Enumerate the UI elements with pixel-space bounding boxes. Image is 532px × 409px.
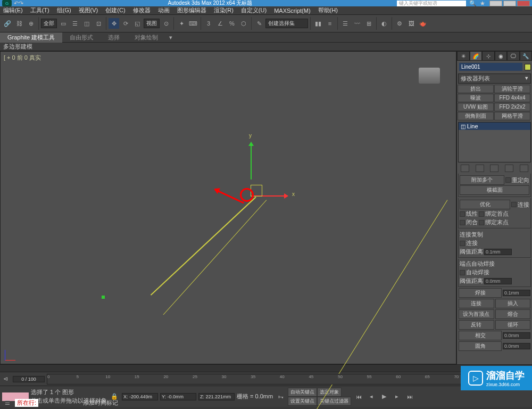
rect-select-icon[interactable]: ◫ [81,18,92,29]
menu-modifier[interactable]: 修改器 [133,6,151,14]
y-axis[interactable] [251,142,252,179]
config-icon[interactable] [520,165,528,172]
menu-view[interactable]: 视图(V) [79,6,98,14]
menu-edit[interactable]: 编辑(E) [3,6,23,14]
pin-stack-icon[interactable] [461,165,469,172]
maximize-button[interactable] [503,1,516,6]
keyfilter-btn[interactable]: 关键点过滤器 [317,397,351,406]
render-icon[interactable]: 🫖 [418,18,428,29]
redo-icon[interactable]: ↷ [19,0,23,7]
spinner-snap-icon[interactable]: ⬡ [238,18,249,29]
menu-create[interactable]: 创建(C) [105,6,125,14]
viewport-label[interactable]: [ + 0 前 0 真实 [4,54,41,62]
coord-z[interactable]: Z: 221.221mm [198,393,235,400]
optimize-btn[interactable]: 优化 [460,200,510,209]
show-end-icon[interactable] [476,165,484,172]
add-timemark[interactable]: 添加时间标记 [83,399,118,407]
display-tab-icon[interactable]: 🖵 [507,51,520,61]
cc-thresh-spin[interactable]: 0.1mm [484,249,512,255]
menu-help[interactable]: 帮助(H) [318,6,338,14]
viewport[interactable]: [ + 0 前 0 真实 y x [0,51,456,364]
menu-group[interactable]: 组(G) [57,6,71,14]
key-icon[interactable]: 🗝 [275,391,286,402]
crossinsert-btn[interactable]: 相交 [459,331,502,340]
menu-tools[interactable]: 工具(T) [30,6,49,14]
viewcube[interactable] [419,68,440,84]
minimize-button[interactable] [489,1,502,6]
fuse-btn[interactable]: 熔合 [495,309,531,319]
render-setup-icon[interactable]: ⚙ [394,18,405,29]
layer-icon[interactable]: ☰ [340,18,351,29]
mod-bevel[interactable]: 倒角剖面 [458,112,494,120]
connect-btn[interactable]: 连接 [459,299,494,308]
mat-editor-icon[interactable]: ◐ [379,18,389,29]
remove-mod-icon[interactable] [505,165,513,172]
move-icon[interactable]: ✥ [109,18,119,29]
bind-last-chk[interactable] [479,220,484,225]
mod-turbosmooth[interactable]: 涡轮平滑 [494,85,530,93]
help-search[interactable]: 键入关键字或短语 [397,1,466,6]
setkey-btn[interactable]: 设置关键点 [288,397,317,406]
cross-section-btn[interactable]: 横截面 [460,185,529,195]
edit-sel-icon[interactable]: ✎ [254,18,264,29]
star-icon[interactable]: ★ [480,0,485,7]
prev-frame-icon[interactable]: ◂ [366,391,377,402]
undo-icon[interactable]: ↶ [14,0,19,7]
menu-custom[interactable]: 自定义(U) [241,6,267,14]
scale-icon[interactable]: ◱ [132,18,143,29]
curve-editor-icon[interactable]: 〰 [352,18,362,29]
bind-first-chk[interactable] [479,211,484,217]
pivot-icon[interactable]: ⊙ [161,18,171,29]
keyboard-icon[interactable]: ⌨ [188,18,198,29]
tab-graphite[interactable]: Graphite 建模工具 [0,32,62,43]
fillet-spin[interactable]: 0.0mm [503,343,530,349]
manip-icon[interactable]: ✦ [176,18,187,29]
spline-segment[interactable] [163,200,267,315]
menu-maxscript[interactable]: MAXScript(M) [274,7,310,14]
object-color-swatch[interactable] [525,64,531,70]
mod-uvw[interactable]: UVW 贴图 [458,103,494,111]
coord-y[interactable]: Y: -0.0mm [160,393,196,400]
named-sel-dd[interactable]: 创建选择集 [265,19,308,28]
insert-btn[interactable]: 插入 [495,299,531,308]
mod-noise[interactable]: 噪波 [458,94,494,102]
goto-start-icon[interactable]: ⏮ [353,391,364,402]
weld-spin[interactable]: 0.1mm [503,290,530,296]
angle-snap-icon[interactable]: ∠ [215,18,226,29]
cycle-btn[interactable]: 循环 [495,320,531,330]
window-cross-icon[interactable]: ⊡ [93,18,104,29]
linear-chk[interactable] [460,211,465,217]
ribbon-menu-icon[interactable]: ▾ [165,32,176,43]
percent-snap-icon[interactable]: % [227,18,237,29]
close-button[interactable] [517,1,530,6]
script-icon[interactable]: ☰ [2,397,13,408]
vertex-handle[interactable] [102,296,105,299]
menu-graph[interactable]: 图形编辑器 [177,6,206,14]
schematic-icon[interactable]: ⊞ [363,18,374,29]
coord-x[interactable]: X: -200.449m [122,393,158,400]
sub-ribbon[interactable]: 多边形建模 [0,43,532,51]
rotate-icon[interactable]: ⟳ [120,18,131,29]
render-frame-icon[interactable]: 🖼 [406,18,417,29]
closed-chk[interactable] [460,220,465,225]
utility-tab-icon[interactable]: 🔧 [520,51,533,61]
cc-connect-chk[interactable] [460,241,465,246]
autokey-btn[interactable]: 自动关键点 [288,388,317,397]
tab-freeform[interactable]: 自由形式 [62,32,101,43]
attach-multi-btn[interactable]: 附加多个 [460,175,504,185]
reorient-chk[interactable] [505,177,511,183]
mod-ffd2[interactable]: FFD 2x2x2 [494,103,530,111]
bind-icon[interactable]: ⊕ [26,18,36,29]
unlink-icon[interactable]: ⛓ [14,18,24,29]
unique-icon[interactable] [490,165,498,172]
reverse-btn[interactable]: 反转 [459,320,494,330]
spline-segment[interactable] [151,197,256,296]
mod-ffd4[interactable]: FFD 4x4x4 [494,94,530,102]
next-frame-icon[interactable]: ▸ [392,391,402,402]
object-name-field[interactable]: Line001 [459,63,522,71]
hierarchy-tab-icon[interactable]: ⊹ [482,51,495,61]
play-icon[interactable]: ▶ [379,391,389,402]
help-icon[interactable]: 🔍 [469,0,477,7]
mod-extrude[interactable]: 挤出 [458,85,494,93]
time-ruler[interactable]: 0 5 10 15 20 25 30 35 40 45 50 55 60 65 … [47,374,532,385]
